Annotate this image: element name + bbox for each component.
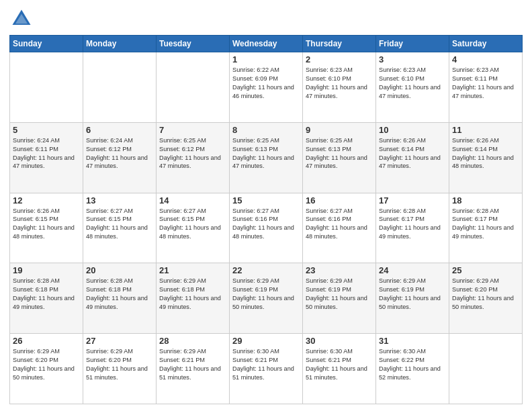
sunrise-text: Sunrise: 6:30 AM (379, 348, 426, 355)
day-info: Sunrise: 6:29 AM Sunset: 6:20 PM Dayligh… (13, 347, 80, 382)
sunset-text: Sunset: 6:09 PM (232, 75, 278, 82)
calendar-cell: 3 Sunrise: 6:23 AM Sunset: 6:10 PM Dayli… (376, 52, 449, 123)
day-number: 20 (86, 265, 153, 275)
day-info: Sunrise: 6:29 AM Sunset: 6:19 PM Dayligh… (232, 277, 300, 312)
calendar-cell (449, 334, 523, 404)
day-number: 1 (232, 54, 300, 64)
calendar-table: SundayMondayTuesdayWednesdayThursdayFrid… (9, 35, 523, 404)
calendar-cell: 21 Sunrise: 6:29 AM Sunset: 6:18 PM Dayl… (157, 263, 230, 334)
sunset-text: Sunset: 6:12 PM (159, 146, 205, 152)
day-number: 9 (306, 125, 373, 135)
day-info: Sunrise: 6:27 AM Sunset: 6:15 PM Dayligh… (159, 207, 226, 242)
sunrise-text: Sunrise: 6:27 AM (306, 208, 353, 214)
sunset-text: Sunset: 6:21 PM (159, 357, 205, 363)
calendar-cell: 19 Sunrise: 6:28 AM Sunset: 6:18 PM Dayl… (10, 263, 83, 334)
sunset-text: Sunset: 6:19 PM (379, 286, 425, 293)
sunrise-text: Sunrise: 6:27 AM (86, 208, 133, 214)
sunrise-text: Sunrise: 6:29 AM (232, 277, 279, 284)
sunset-text: Sunset: 6:22 PM (379, 357, 425, 363)
calendar-cell: 5 Sunrise: 6:24 AM Sunset: 6:11 PM Dayli… (10, 122, 83, 193)
day-info: Sunrise: 6:22 AM Sunset: 6:09 PM Dayligh… (232, 66, 300, 101)
sunset-text: Sunset: 6:14 PM (379, 146, 425, 152)
sunrise-text: Sunrise: 6:29 AM (159, 277, 206, 284)
sunrise-text: Sunrise: 6:24 AM (86, 137, 133, 144)
sunrise-text: Sunrise: 6:28 AM (452, 208, 499, 214)
calendar-week-5: 26 Sunrise: 6:29 AM Sunset: 6:20 PM Dayl… (10, 334, 523, 404)
weekday-header-thursday: Thursday (303, 36, 376, 52)
day-number: 28 (159, 336, 226, 346)
day-number: 27 (86, 336, 153, 346)
day-number: 7 (159, 125, 226, 135)
weekday-header-friday: Friday (376, 36, 449, 52)
daylight-text: Daylight: 11 hours and 48 minutes. (232, 224, 294, 240)
day-number: 22 (232, 265, 300, 275)
sunset-text: Sunset: 6:10 PM (379, 75, 425, 82)
weekday-header-saturday: Saturday (449, 36, 523, 52)
day-info: Sunrise: 6:30 AM Sunset: 6:22 PM Dayligh… (379, 347, 446, 382)
day-info: Sunrise: 6:23 AM Sunset: 6:10 PM Dayligh… (379, 66, 446, 101)
day-number: 30 (306, 336, 373, 346)
sunrise-text: Sunrise: 6:29 AM (306, 277, 353, 284)
sunset-text: Sunset: 6:21 PM (232, 357, 278, 363)
weekday-header-wednesday: Wednesday (230, 36, 303, 52)
day-info: Sunrise: 6:30 AM Sunset: 6:21 PM Dayligh… (306, 347, 373, 382)
sunset-text: Sunset: 6:14 PM (452, 146, 498, 152)
daylight-text: Daylight: 11 hours and 48 minutes. (306, 224, 367, 240)
calendar-week-4: 19 Sunrise: 6:28 AM Sunset: 6:18 PM Dayl… (10, 263, 523, 334)
day-info: Sunrise: 6:27 AM Sunset: 6:15 PM Dayligh… (86, 207, 153, 242)
daylight-text: Daylight: 11 hours and 50 minutes. (232, 295, 294, 310)
sunset-text: Sunset: 6:11 PM (13, 146, 58, 152)
day-number: 13 (86, 195, 153, 205)
sunrise-text: Sunrise: 6:27 AM (159, 208, 206, 214)
day-info: Sunrise: 6:29 AM Sunset: 6:20 PM Dayligh… (452, 277, 519, 312)
day-info: Sunrise: 6:30 AM Sunset: 6:21 PM Dayligh… (232, 347, 300, 382)
sunset-text: Sunset: 6:18 PM (86, 286, 132, 293)
day-info: Sunrise: 6:28 AM Sunset: 6:18 PM Dayligh… (13, 277, 80, 312)
day-number: 8 (232, 125, 300, 135)
day-number: 5 (13, 125, 80, 135)
sunrise-text: Sunrise: 6:29 AM (86, 348, 133, 355)
calendar-cell: 30 Sunrise: 6:30 AM Sunset: 6:21 PM Dayl… (303, 334, 376, 404)
day-info: Sunrise: 6:26 AM Sunset: 6:14 PM Dayligh… (452, 136, 519, 171)
day-info: Sunrise: 6:27 AM Sunset: 6:16 PM Dayligh… (306, 207, 373, 242)
calendar-cell: 28 Sunrise: 6:29 AM Sunset: 6:21 PM Dayl… (157, 334, 230, 404)
calendar-cell: 8 Sunrise: 6:25 AM Sunset: 6:13 PM Dayli… (230, 122, 303, 193)
daylight-text: Daylight: 11 hours and 52 minutes. (379, 365, 441, 381)
page: SundayMondayTuesdayWednesdayThursdayFrid… (0, 0, 532, 411)
daylight-text: Daylight: 11 hours and 48 minutes. (159, 224, 221, 240)
calendar-cell: 24 Sunrise: 6:29 AM Sunset: 6:19 PM Dayl… (376, 263, 449, 334)
daylight-text: Daylight: 11 hours and 47 minutes. (13, 154, 75, 170)
calendar-cell (10, 52, 83, 123)
day-number: 26 (13, 336, 80, 346)
day-info: Sunrise: 6:26 AM Sunset: 6:14 PM Dayligh… (379, 136, 446, 171)
day-number: 18 (452, 195, 519, 205)
sunrise-text: Sunrise: 6:30 AM (306, 348, 353, 355)
daylight-text: Daylight: 11 hours and 47 minutes. (452, 84, 514, 99)
day-info: Sunrise: 6:28 AM Sunset: 6:18 PM Dayligh… (86, 277, 153, 312)
sunset-text: Sunset: 6:20 PM (13, 357, 58, 363)
calendar-cell: 25 Sunrise: 6:29 AM Sunset: 6:20 PM Dayl… (449, 263, 523, 334)
daylight-text: Daylight: 11 hours and 50 minutes. (452, 295, 514, 310)
daylight-text: Daylight: 11 hours and 48 minutes. (452, 154, 514, 170)
calendar-cell: 4 Sunrise: 6:23 AM Sunset: 6:11 PM Dayli… (449, 52, 523, 123)
day-info: Sunrise: 6:27 AM Sunset: 6:16 PM Dayligh… (232, 207, 300, 242)
daylight-text: Daylight: 11 hours and 46 minutes. (232, 84, 294, 99)
day-number: 21 (159, 265, 226, 275)
sunrise-text: Sunrise: 6:23 AM (379, 66, 426, 73)
calendar-cell: 26 Sunrise: 6:29 AM Sunset: 6:20 PM Dayl… (10, 334, 83, 404)
sunset-text: Sunset: 6:17 PM (379, 216, 425, 222)
day-info: Sunrise: 6:24 AM Sunset: 6:12 PM Dayligh… (86, 136, 153, 171)
day-info: Sunrise: 6:26 AM Sunset: 6:15 PM Dayligh… (13, 207, 80, 242)
day-number: 11 (452, 125, 519, 135)
day-number: 10 (379, 125, 446, 135)
sunset-text: Sunset: 6:10 PM (306, 75, 351, 82)
calendar-cell (83, 52, 157, 123)
sunrise-text: Sunrise: 6:29 AM (13, 348, 60, 355)
calendar-cell: 9 Sunrise: 6:25 AM Sunset: 6:13 PM Dayli… (303, 122, 376, 193)
sunrise-text: Sunrise: 6:25 AM (159, 137, 206, 144)
calendar-cell: 7 Sunrise: 6:25 AM Sunset: 6:12 PM Dayli… (157, 122, 230, 193)
day-number: 16 (306, 195, 373, 205)
day-info: Sunrise: 6:28 AM Sunset: 6:17 PM Dayligh… (379, 207, 446, 242)
daylight-text: Daylight: 11 hours and 47 minutes. (86, 154, 148, 170)
calendar-cell: 6 Sunrise: 6:24 AM Sunset: 6:12 PM Dayli… (83, 122, 157, 193)
